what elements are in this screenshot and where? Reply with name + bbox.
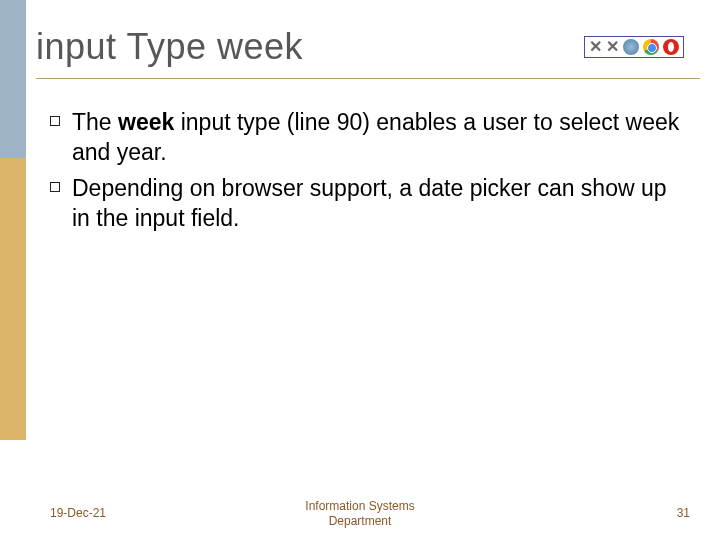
bullet-marker-icon	[50, 116, 60, 126]
firefox-unsupported-icon: ✕	[606, 39, 619, 55]
slide-footer: 19-Dec-21 Information Systems Department…	[0, 496, 720, 530]
bullet-marker-icon	[50, 182, 60, 192]
ie-unsupported-icon: ✕	[589, 39, 602, 55]
footer-date: 19-Dec-21	[50, 506, 106, 520]
text-fragment: The	[72, 109, 118, 135]
title-underline	[36, 78, 700, 79]
slide: input Type week ✕ ✕ The week input type …	[0, 0, 720, 540]
footer-center: Information Systems Department	[305, 499, 414, 528]
list-item: The week input type (line 90) enables a …	[50, 108, 684, 168]
browser-support-box: ✕ ✕	[584, 36, 684, 58]
bullet-text: The week input type (line 90) enables a …	[72, 108, 684, 168]
text-bold: week	[118, 109, 174, 135]
footer-center-line2: Department	[329, 514, 392, 528]
slide-title: input Type week	[36, 26, 303, 68]
footer-center-line1: Information Systems	[305, 499, 414, 513]
sidebar-accent-top	[0, 0, 26, 158]
list-item: Depending on browser support, a date pic…	[50, 174, 684, 234]
bullet-text: Depending on browser support, a date pic…	[72, 174, 684, 234]
text-fragment: Depending on browser support, a date pic…	[72, 175, 667, 231]
footer-page-number: 31	[677, 506, 690, 520]
browser-icon	[623, 39, 639, 55]
slide-body: The week input type (line 90) enables a …	[50, 108, 684, 240]
chrome-icon	[643, 39, 659, 55]
title-bar: input Type week ✕ ✕	[36, 12, 684, 82]
sidebar-accent-bottom	[0, 158, 26, 440]
opera-icon	[663, 39, 679, 55]
